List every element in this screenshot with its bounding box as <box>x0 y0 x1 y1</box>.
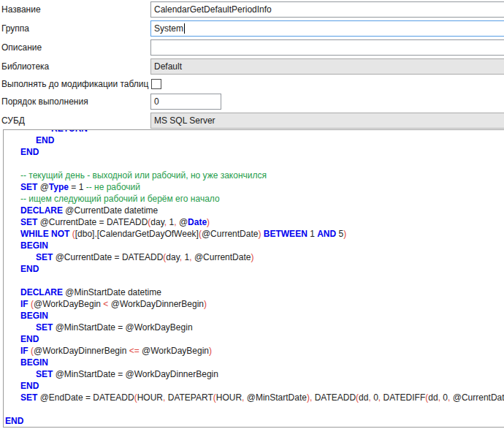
library-field-text: Default <box>154 61 182 72</box>
code-line: IF (@WorkDayDinnerBegin <= @WorkDayBegin… <box>4 345 504 357</box>
group-input[interactable]: System <box>150 20 504 37</box>
code-line: RETURN <box>4 129 504 134</box>
dbms-field-text: MS SQL Server <box>154 115 215 126</box>
sql-code-editor[interactable]: RETURNENDEND -- текущий день - выходной … <box>3 129 504 428</box>
library-label: Библиотека <box>1 61 49 72</box>
code-line: BEGIN <box>4 240 504 251</box>
code-line: BEGIN <box>4 357 504 368</box>
execution-order-input[interactable]: 0 <box>150 94 221 110</box>
text-caret <box>184 23 185 34</box>
description-input[interactable] <box>150 39 504 56</box>
execution-order-input-text: 0 <box>154 96 159 107</box>
code-line <box>4 275 504 286</box>
code-line: SET @CurrentDate = DATEADD(day, 1, @Date… <box>4 216 504 228</box>
description-label: Описание <box>1 42 42 53</box>
code-line: -- текущий день - выходной или рабочий, … <box>4 170 504 181</box>
run-before-modification-checkbox[interactable] <box>151 79 161 89</box>
library-field: Default <box>150 58 504 75</box>
code-line: END <box>4 134 504 146</box>
code-line: END <box>4 146 504 158</box>
code-line: END <box>4 380 504 392</box>
name-input-text: CalendarGetDefaultPeriodInfo <box>154 4 272 15</box>
dbms-label: СУБД <box>1 115 25 126</box>
code-line: END <box>4 263 504 275</box>
code-line: SET @MinStartDate = @WorkDayDinnerBegin <box>4 368 504 380</box>
group-label: Группа <box>1 23 29 34</box>
code-line: -- ищем следующий рабочий и берём его на… <box>4 193 504 205</box>
code-line: WHILE NOT ([dbo].[CalendarGetDayOfWeek](… <box>4 228 504 240</box>
code-line: END <box>4 333 504 345</box>
execution-order-label: Порядок выполнения <box>1 96 88 107</box>
code-line: IF (@WorkDayBegin < @WorkDayDinnerBegin) <box>4 298 504 310</box>
sql-code-content: RETURNENDEND -- текущий день - выходной … <box>4 129 504 427</box>
code-line: SET @Type = 1 -- не рабочий <box>4 181 504 193</box>
code-line <box>4 403 504 415</box>
code-line: DECLARE @MinStartDate datetime <box>4 286 504 298</box>
run-before-modification-label: Выполнять до модификации таблиц <box>1 79 148 89</box>
procedure-editor-window: Название CalendarGetDefaultPeriodInfo Гр… <box>0 0 504 429</box>
code-line: BEGIN <box>4 310 504 322</box>
code-line: SET @MinStartDate = @WorkDayBegin <box>4 322 504 333</box>
group-input-text: System <box>154 23 183 34</box>
code-line: SET @CurrentDate = DATEADD(day, 1, @Curr… <box>4 251 504 263</box>
name-label: Название <box>1 4 41 15</box>
code-line <box>4 158 504 170</box>
code-line: SET @EndDate = DATEADD(HOUR, DATEPART(HO… <box>4 392 504 403</box>
code-line: END <box>4 415 504 427</box>
name-input[interactable]: CalendarGetDefaultPeriodInfo <box>150 1 504 18</box>
code-line: DECLARE @CurrentDate datetime <box>4 205 504 216</box>
dbms-field: MS SQL Server <box>150 113 504 129</box>
